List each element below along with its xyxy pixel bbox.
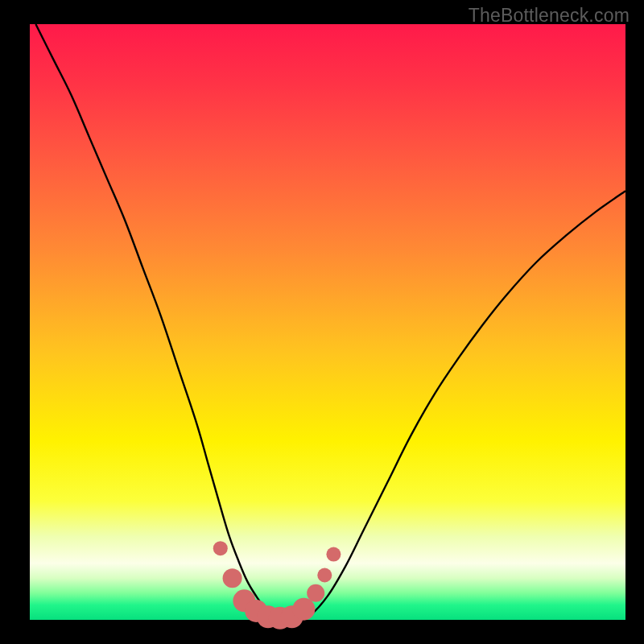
marker-point bbox=[223, 568, 242, 588]
marker-point bbox=[292, 598, 315, 621]
marker-point bbox=[326, 547, 341, 562]
marker-cluster bbox=[213, 541, 341, 630]
chart-svg bbox=[30, 24, 625, 620]
bottleneck-curve bbox=[35, 24, 625, 620]
plot-area bbox=[30, 24, 625, 620]
watermark-text: TheBottleneck.com bbox=[469, 5, 630, 27]
marker-point bbox=[307, 584, 324, 602]
marker-point bbox=[317, 568, 332, 583]
marker-point bbox=[213, 541, 228, 555]
chart-frame: TheBottleneck.com bbox=[0, 0, 644, 644]
